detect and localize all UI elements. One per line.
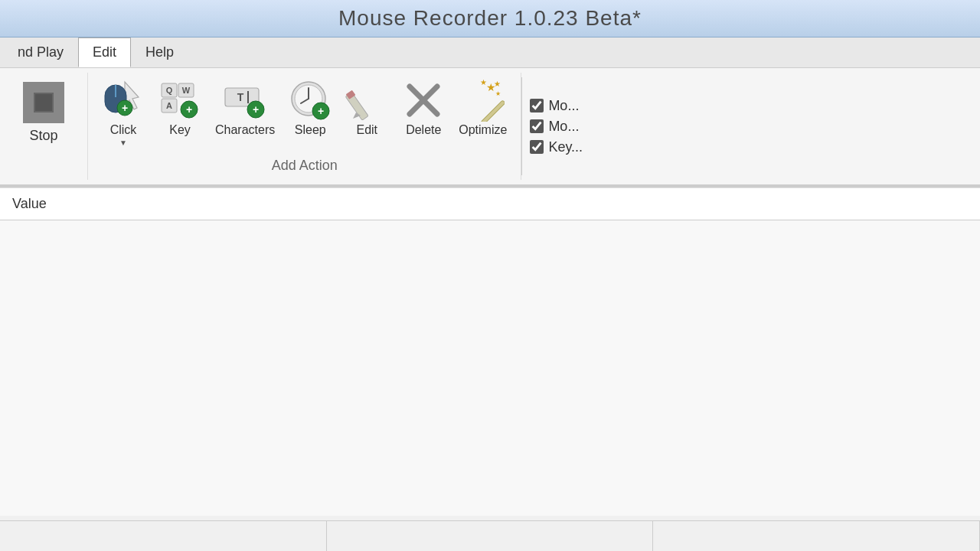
delete-label: Delete [406, 123, 441, 137]
menu-edit[interactable]: Edit [78, 37, 131, 67]
svg-text:Q: Q [166, 86, 173, 95]
stop-icon [23, 82, 64, 123]
svg-text:A: A [166, 101, 172, 110]
svg-text:★: ★ [480, 79, 487, 86]
checkbox-mo2-label: Mo... [548, 119, 579, 135]
menu-help[interactable]: Help [131, 37, 188, 67]
key-button[interactable]: Q W A + Key [152, 76, 207, 140]
key-label: Key [169, 123, 191, 137]
svg-text:W: W [182, 86, 191, 95]
click-button[interactable]: + Click ▼ [96, 76, 151, 150]
svg-text:+: + [122, 102, 128, 114]
edit-icon [345, 79, 388, 122]
optimize-icon: ★ ★ ★ ★ [462, 79, 505, 122]
bottom-cell-3 [653, 521, 980, 551]
main-content [0, 220, 980, 516]
characters-button[interactable]: T + Characters [209, 76, 281, 140]
svg-text:T: T [237, 91, 244, 103]
sleep-icon: + [289, 79, 332, 122]
characters-icon-area: T + [224, 79, 266, 122]
key-icon-area: Q W A + [158, 79, 201, 122]
ribbon: Stop + [0, 68, 980, 186]
optimize-button[interactable]: ★ ★ ★ ★ Optimize [452, 76, 513, 140]
sleep-label: Sleep [295, 123, 326, 137]
click-dropdown-arrow: ▼ [119, 139, 127, 147]
checkbox-mo2-row: Mo... [530, 119, 583, 135]
edit-label: Edit [356, 123, 377, 137]
svg-text:+: + [253, 103, 259, 116]
checkbox-mo1-label: Mo... [548, 98, 579, 114]
click-label: Click [110, 123, 137, 137]
add-action-label: Add Action [96, 150, 513, 177]
actions-section: + Click ▼ Q W A [88, 73, 521, 180]
edit-button[interactable]: Edit [339, 76, 394, 140]
click-icon-area: + [102, 79, 145, 122]
checkbox-panel: Mo... Mo... Key... [522, 73, 590, 180]
app-title: Mouse Recorder 1.0.23 Beta* [0, 6, 980, 31]
checkbox-key-label: Key... [548, 139, 583, 155]
checkbox-key-row: Key... [530, 139, 583, 155]
checkbox-key[interactable] [530, 140, 544, 154]
checkbox-mo1-row: Mo... [530, 98, 583, 114]
checkbox-mo2[interactable] [530, 119, 544, 133]
checkbox-mo1[interactable] [530, 99, 544, 112]
bottom-cell-1 [0, 521, 327, 551]
bottom-bar [0, 520, 980, 551]
value-column-header: Value [12, 196, 47, 212]
optimize-label: Optimize [459, 123, 507, 137]
menu-record-play[interactable]: nd Play [3, 37, 78, 67]
svg-rect-29 [481, 100, 505, 122]
svg-text:+: + [186, 103, 192, 116]
title-bar: Mouse Recorder 1.0.23 Beta* [0, 0, 980, 37]
bottom-cell-2 [327, 521, 654, 551]
stop-label: Stop [29, 128, 57, 144]
table-header: Value [0, 187, 980, 220]
characters-icon: T + [224, 80, 266, 120]
menu-bar: nd Play Edit Help [0, 37, 980, 68]
sleep-button[interactable]: + Sleep [283, 76, 338, 140]
delete-icon [402, 79, 445, 122]
edit-icon-area [345, 79, 388, 122]
action-buttons-row: + Click ▼ Q W A [96, 76, 513, 150]
sleep-icon-area: + [289, 79, 332, 122]
svg-text:★: ★ [494, 80, 501, 88]
key-icon: Q W A + [160, 80, 200, 120]
stop-button[interactable]: Stop [8, 76, 80, 150]
click-icon: + [103, 79, 143, 122]
stop-inner-icon [34, 93, 54, 112]
characters-label: Characters [215, 123, 275, 137]
delete-icon-area [402, 79, 445, 122]
stop-section: Stop [0, 73, 88, 180]
svg-text:★: ★ [495, 90, 501, 97]
svg-text:+: + [318, 105, 324, 117]
delete-button[interactable]: Delete [396, 76, 451, 140]
optimize-icon-area: ★ ★ ★ ★ [462, 79, 505, 122]
